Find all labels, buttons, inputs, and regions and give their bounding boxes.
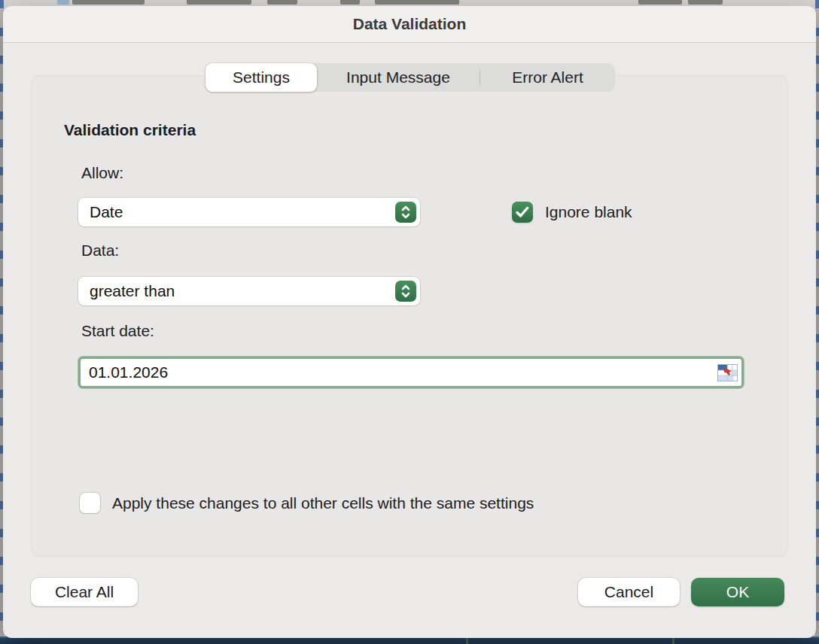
- ignore-blank-label: Ignore blank: [545, 203, 632, 221]
- background-ribbon-fragment: [638, 0, 682, 5]
- cancel-button-label: Cancel: [604, 583, 653, 601]
- background-ribbon-fragment: [57, 0, 69, 5]
- tab-error-alert[interactable]: Error Alert: [480, 63, 615, 92]
- start-date-input[interactable]: [81, 359, 717, 386]
- apply-changes-checkbox[interactable]: [80, 493, 100, 513]
- background-ribbon-fragment: [340, 0, 360, 5]
- apply-changes-label: Apply these changes to all other cells w…: [112, 494, 534, 512]
- background-ribbon-fragment: [187, 0, 251, 5]
- checkmark-icon: [516, 206, 529, 218]
- ignore-blank-checkbox-row[interactable]: Ignore blank: [512, 202, 632, 223]
- allow-label: Allow:: [81, 164, 123, 182]
- start-date-field: [78, 357, 744, 388]
- dialog-titlebar: Data Validation: [3, 6, 816, 43]
- start-date-label: Start date:: [81, 322, 154, 340]
- apply-changes-checkbox-row[interactable]: Apply these changes to all other cells w…: [80, 493, 534, 513]
- range-selector-icon[interactable]: [717, 364, 738, 381]
- allow-dropdown-value: Date: [78, 203, 123, 221]
- data-dropdown[interactable]: greater than: [78, 277, 420, 305]
- tab-bar: Settings Input Message Error Alert: [206, 63, 615, 92]
- ignore-blank-checkbox[interactable]: [512, 202, 533, 223]
- clear-all-button-label: Clear All: [55, 583, 114, 601]
- background-ribbon-fragment: [267, 0, 297, 5]
- clear-all-button[interactable]: Clear All: [31, 578, 138, 606]
- cancel-button[interactable]: Cancel: [578, 578, 680, 606]
- ok-button[interactable]: OK: [691, 578, 784, 606]
- tab-settings[interactable]: Settings: [206, 63, 317, 92]
- chevron-up-down-icon: [395, 202, 416, 223]
- settings-panel: Validation criteria Allow: Date Ignore b…: [32, 76, 787, 556]
- data-label: Data:: [81, 242, 119, 260]
- chevron-up-down-icon: [395, 281, 416, 302]
- tab-settings-label: Settings: [233, 68, 290, 87]
- background-ribbon-fragment: [72, 0, 145, 5]
- data-dropdown-value: greater than: [78, 282, 175, 300]
- tab-input-message-label: Input Message: [346, 68, 450, 87]
- background-ribbon-fragment: [375, 0, 459, 5]
- tab-error-alert-label: Error Alert: [512, 68, 583, 87]
- dialog-title: Data Validation: [353, 15, 467, 33]
- validation-criteria-heading: Validation criteria: [64, 121, 196, 139]
- ok-button-label: OK: [726, 583, 749, 601]
- background-ribbon-fragment: [688, 0, 723, 5]
- tab-input-message[interactable]: Input Message: [317, 63, 480, 92]
- data-validation-dialog: Data Validation Settings Input Message E…: [3, 6, 816, 638]
- allow-dropdown[interactable]: Date: [78, 198, 420, 226]
